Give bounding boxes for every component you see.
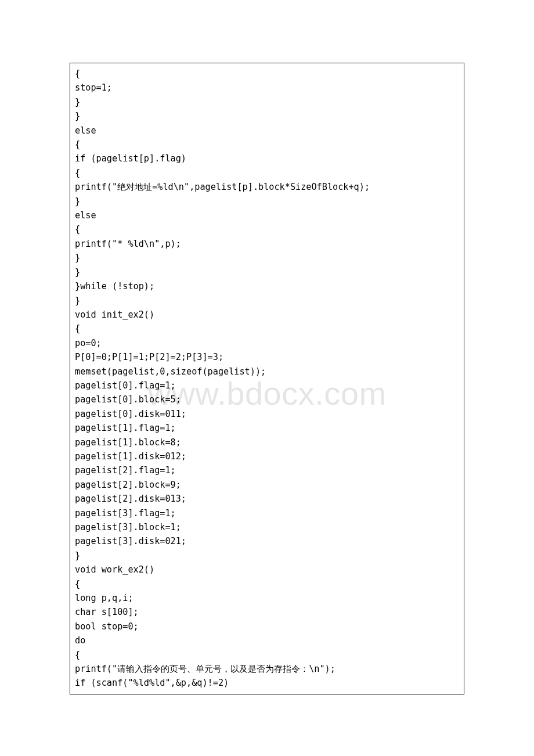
code-line: { <box>75 648 459 662</box>
code-line: pagelist[3].disk=021; <box>75 534 459 548</box>
code-line: void work_ex2() <box>75 563 459 577</box>
code-line: pagelist[0].flag=1; <box>75 379 459 393</box>
code-line: pagelist[2].disk=013; <box>75 492 459 506</box>
code-container: {stop=1;}}else{if (pagelist[p].flag){pri… <box>75 67 459 690</box>
code-line: pagelist[0].block=5; <box>75 393 459 406</box>
code-line: void init_ex2() <box>75 308 459 322</box>
code-line: stop=1; <box>75 81 459 95</box>
code-line: pagelist[1].flag=1; <box>75 421 459 435</box>
code-line: if (scanf("%ld%ld",&p,&q)!=2) <box>75 676 459 690</box>
code-line: } <box>75 265 459 279</box>
document-page: www.bdocx.com {stop=1;}}else{if (pagelis… <box>0 0 534 756</box>
code-line: pagelist[2].block=9; <box>75 478 459 492</box>
code-line: } <box>75 95 459 109</box>
code-line: printf("* %ld\n",p); <box>75 237 459 251</box>
code-line: printf("请输入指令的页号、单元号，以及是否为存指令：\n"); <box>75 662 459 676</box>
code-line: else <box>75 124 459 138</box>
code-line: } <box>75 251 459 265</box>
code-line: { <box>75 577 459 591</box>
code-line: pagelist[1].block=8; <box>75 435 459 449</box>
code-line: pagelist[2].flag=1; <box>75 463 459 477</box>
code-line: } <box>75 294 459 308</box>
code-line: po=0; <box>75 336 459 350</box>
code-line: pagelist[1].disk=012; <box>75 449 459 463</box>
code-line: if (pagelist[p].flag) <box>75 152 459 165</box>
code-line: memset(pagelist,0,sizeof(pagelist)); <box>75 365 459 379</box>
code-line: P[0]=0;P[1]=1;P[2]=2;P[3]=3; <box>75 350 459 364</box>
code-line: bool stop=0; <box>75 620 459 633</box>
code-line: pagelist[0].disk=011; <box>75 407 459 421</box>
code-line: { <box>75 322 459 336</box>
code-box: {stop=1;}}else{if (pagelist[p].flag){pri… <box>70 63 464 694</box>
code-line: } <box>75 109 459 123</box>
code-line: }while (!stop); <box>75 279 459 293</box>
code-line: long p,q,i; <box>75 591 459 605</box>
code-line: pagelist[3].flag=1; <box>75 506 459 520</box>
code-line: { <box>75 138 459 152</box>
code-line: char s[100]; <box>75 605 459 619</box>
code-line: { <box>75 67 459 81</box>
code-line: do <box>75 633 459 647</box>
code-line: } <box>75 549 459 563</box>
code-line: } <box>75 195 459 208</box>
code-line: else <box>75 208 459 222</box>
code-line: { <box>75 222 459 236</box>
code-line: { <box>75 166 459 180</box>
code-line: pagelist[3].block=1; <box>75 520 459 534</box>
code-line: printf("绝对地址=%ld\n",pagelist[p].block*Si… <box>75 180 459 194</box>
